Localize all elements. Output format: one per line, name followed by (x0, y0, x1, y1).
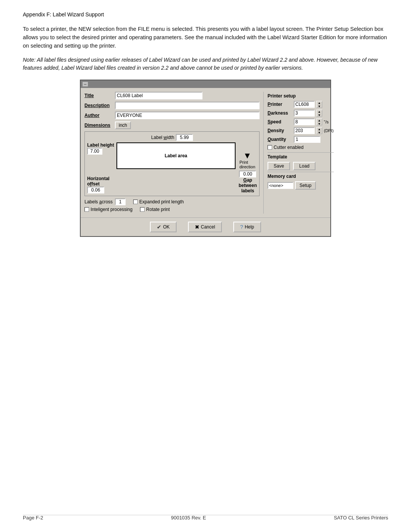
gap-input[interactable] (239, 171, 256, 177)
author-label: Author (84, 113, 115, 118)
intro-paragraph: To select a printer, the NEW selection f… (23, 25, 388, 50)
printer-input[interactable] (294, 101, 315, 108)
help-label: Help (245, 224, 254, 230)
setup-button[interactable]: Setup (295, 181, 316, 190)
speed-label: Speed (268, 119, 292, 125)
gap-label: Gapbetweenlabels (239, 177, 257, 193)
title-input[interactable] (115, 92, 202, 99)
density-label: Density (268, 128, 292, 133)
expanded-print-length-label: Expanded print length (139, 199, 184, 204)
divider1 (268, 152, 334, 153)
label-height-label: Label height (87, 142, 114, 148)
print-direction-label: Printdirection (239, 160, 255, 169)
horizontal-offset-input[interactable] (87, 187, 104, 193)
help-icon: ? (240, 224, 243, 230)
ok-button[interactable]: ✔ OK (150, 222, 176, 232)
label-height-col: Label height (87, 142, 114, 169)
rotate-print-item: Rotate print (140, 207, 170, 212)
intelligent-processing-checkbox[interactable] (84, 207, 89, 212)
label-height-input[interactable] (87, 148, 102, 155)
ok-icon: ✔ (157, 224, 161, 230)
cancel-label: Cancel (201, 224, 215, 230)
labels-across-group: Labels across (84, 198, 126, 205)
system-menu-icon[interactable]: ─ (82, 81, 88, 87)
horizontal-offset-col: Horizontaloffset (87, 176, 110, 193)
doc-number: 9001035 Rev. E (171, 515, 206, 521)
cutter-checkbox[interactable] (268, 145, 272, 150)
quantity-label: Quantity (268, 137, 292, 142)
printer-setup-header: Printer setup (268, 93, 334, 99)
ok-label: OK (163, 224, 169, 230)
printer-label: Printer (268, 102, 292, 107)
author-row: Author (84, 112, 260, 119)
gap-col: Gapbetweenlabels (239, 171, 257, 193)
label-width-label: Label width (151, 135, 174, 140)
label-area-box: Label area (116, 142, 236, 169)
speed-row: Speed ▲▼ "/s (268, 118, 334, 125)
intelligent-processing-label: Inteligent processing (91, 207, 132, 212)
dimensions-label: Dimensions (84, 123, 115, 128)
title-row: Title (84, 92, 260, 99)
description-input[interactable] (115, 102, 260, 109)
expanded-print-length-checkbox[interactable] (133, 200, 138, 204)
print-direction-arrow: ▼ (243, 152, 252, 160)
darkness-input[interactable] (294, 110, 315, 117)
cutter-label: Cutter enabled (274, 145, 304, 150)
expanded-print-length-item: Expanded print length (133, 199, 184, 204)
darkness-row: Darkness ▲▼ (268, 110, 334, 117)
dialog-right-panel: Printer setup Printer ▲▼ Darkness ▲▼ (263, 92, 334, 214)
dialog-left-panel: Title Description Author (84, 92, 260, 214)
rotate-print-checkbox[interactable] (140, 207, 145, 212)
load-button[interactable]: Load (293, 162, 315, 170)
memory-dropdown[interactable] (268, 182, 293, 189)
label-width-input[interactable] (176, 134, 193, 141)
speed-units: "/s (324, 120, 328, 124)
page-footer: Page F-2 9001035 Rev. E SATO CL Series P… (23, 515, 388, 521)
label-width-row: Label width (87, 134, 257, 141)
cancel-button[interactable]: ✖ Cancel (188, 222, 222, 232)
label-setup-dialog: ─ Title Description (80, 80, 331, 237)
template-buttons: Save Load (268, 162, 334, 170)
printer-row: Printer ▲▼ (268, 101, 334, 108)
density-units: (DPI) (324, 128, 334, 133)
gap-section: Horizontaloffset Gapbetweenlabels (87, 171, 257, 193)
help-button[interactable]: ? Help (233, 222, 261, 232)
labels-across-input[interactable] (115, 198, 126, 205)
title-label: Title (84, 93, 115, 98)
description-label: Description (84, 103, 115, 108)
density-row: Density ▲▼ (DPI) (268, 127, 334, 134)
memory-card-header: Memory card (268, 174, 334, 179)
dialog-footer: ✔ OK ✖ Cancel ? Help (81, 217, 330, 236)
product-name: SATO CL Series Printers (334, 515, 388, 521)
description-row: Description (84, 102, 260, 109)
dialog-titlebar: ─ (81, 80, 330, 88)
divider2 (268, 172, 334, 172)
author-input[interactable] (115, 112, 260, 119)
label-middle-row: Label height Label area ▼ Printdirection (87, 142, 257, 169)
cutter-row: Cutter enabled (268, 145, 334, 150)
intelligent-processing-item: Inteligent processing (84, 207, 132, 212)
label-area-text: Label area (165, 153, 187, 158)
save-button[interactable]: Save (268, 162, 290, 170)
dimensions-row: Dimensions inch (84, 121, 260, 129)
cancel-icon: ✖ (195, 224, 199, 230)
darkness-spinner[interactable]: ▲▼ (316, 110, 322, 117)
speed-input[interactable] (294, 118, 315, 125)
note-paragraph: Note: All label files designed using ear… (23, 56, 388, 72)
dimensions-button[interactable]: inch (115, 121, 131, 129)
rotate-print-label: Rotate print (146, 207, 170, 212)
labels-across-row: Labels across Expanded print length (84, 198, 260, 205)
speed-spinner[interactable]: ▲▼ (316, 118, 322, 125)
print-direction-col: ▼ Printdirection (238, 142, 257, 169)
quantity-input[interactable] (294, 136, 320, 143)
labels-across-label: Labels across (84, 199, 113, 204)
printer-spinner[interactable]: ▲▼ (316, 101, 322, 108)
appendix-title: Appendix F: Label Wizard Support (23, 11, 104, 18)
bottom-checkboxes: Labels across Expanded print length (84, 198, 260, 212)
horiz-offset-label: Horizontaloffset (87, 176, 110, 187)
quantity-row: Quantity (268, 136, 334, 143)
label-layout-section: Label width Label height Label area (84, 131, 260, 196)
density-input[interactable] (294, 127, 315, 134)
memory-card-row: Setup (268, 181, 334, 190)
density-spinner[interactable]: ▲▼ (316, 127, 322, 134)
